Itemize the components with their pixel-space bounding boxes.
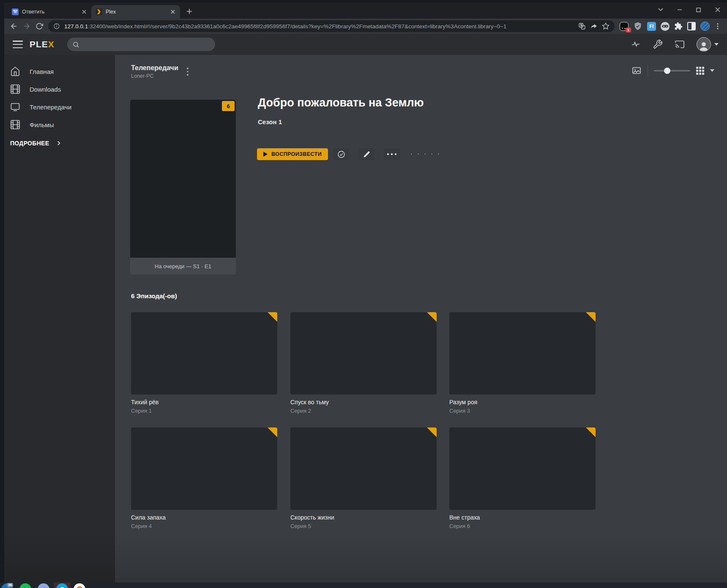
activity-icon[interactable]	[631, 39, 641, 49]
webos-favicon-text-bottom: OS	[14, 12, 17, 14]
browser-menu-icon[interactable]	[714, 23, 721, 30]
reload-icon[interactable]	[33, 20, 46, 33]
hamburger-menu-icon[interactable]	[13, 41, 23, 48]
new-tab-button[interactable]	[183, 5, 195, 17]
topbar-actions	[631, 37, 719, 52]
episode-thumbnail[interactable]	[449, 427, 596, 510]
sidebar-more-button[interactable]: ПОДРОБНЕЕ	[4, 139, 115, 147]
grid-view-icon[interactable]	[696, 67, 704, 75]
episode-card-2[interactable]: Спуск во тьму Серия 2	[290, 312, 437, 414]
spotify-taskbar-icon[interactable]	[19, 583, 31, 588]
extensions-area: 1 FI	[617, 22, 724, 31]
tab-square-extension-icon[interactable]	[687, 22, 696, 30]
robot-extension-icon[interactable]	[661, 22, 670, 31]
episode-number: Серия 2	[290, 408, 437, 414]
episode-title[interactable]: Спуск во тьму	[290, 399, 437, 406]
fi-extension-icon[interactable]: FI	[647, 22, 656, 31]
server-name: Loner-PC	[131, 73, 178, 79]
sidebar-item-movies[interactable]: Фильмы	[4, 116, 115, 133]
cast-icon[interactable]	[675, 39, 685, 49]
episode-card-4[interactable]: Сила запаха Серия 4	[131, 427, 277, 529]
episode-title[interactable]: Сила запаха	[131, 514, 277, 521]
address-bar[interactable]: 127.0.0.1:32400/web/index.html#!/server/…	[48, 20, 615, 32]
episode-title[interactable]: Тихий рёв	[131, 399, 277, 406]
check-circle-icon	[337, 150, 345, 158]
episode-title[interactable]: Вне страха	[449, 514, 596, 521]
episode-card-5[interactable]: Скорость жизни Серия 5	[290, 427, 437, 529]
settings-wrench-icon[interactable]	[653, 39, 663, 49]
slider-knob[interactable]	[664, 68, 670, 74]
tab-plex[interactable]: Plex	[91, 5, 180, 19]
view-caret-icon[interactable]	[710, 69, 714, 72]
size-slider[interactable]	[654, 70, 690, 71]
back-icon[interactable]	[8, 20, 20, 33]
tab-close-icon[interactable]	[169, 8, 177, 16]
episode-card-3[interactable]: Разум роя Серия 3	[449, 312, 596, 414]
extension-update-icon[interactable]: 1	[620, 22, 629, 31]
show-title: Добро пожаловать на Землю	[258, 96, 424, 109]
edit-button[interactable]	[358, 148, 374, 160]
tv-icon	[10, 102, 20, 112]
episode-thumbnail[interactable]	[290, 312, 437, 395]
forward-icon[interactable]	[20, 20, 33, 33]
sidebar-item-downloads[interactable]: Downloads	[4, 80, 115, 98]
avatar	[697, 37, 711, 52]
poster-view-icon[interactable]	[631, 65, 642, 76]
maximize-icon[interactable]	[689, 3, 708, 17]
site-info-icon[interactable]	[53, 23, 60, 30]
plex-logo-main: PLE	[30, 39, 48, 49]
window-menu-caret-icon[interactable]	[651, 3, 670, 17]
episode-thumbnail[interactable]	[449, 312, 596, 395]
rating-stars[interactable]	[411, 153, 439, 155]
tab-otvetit[interactable]: WEB OS Ответить	[8, 5, 91, 19]
share-icon[interactable]	[590, 22, 598, 30]
episode-thumbnail[interactable]	[131, 427, 277, 510]
episode-title[interactable]: Разум роя	[449, 399, 596, 406]
ellipsis-icon	[387, 153, 396, 155]
play-icon	[263, 152, 268, 157]
account-menu[interactable]	[697, 37, 719, 52]
divider	[648, 65, 648, 76]
ab-taskbar-icon[interactable]: ab	[38, 583, 49, 588]
translate-icon[interactable]	[578, 22, 586, 30]
plex-app: PLEX	[4, 34, 727, 583]
unwatched-corner-badge	[268, 427, 277, 437]
episode-number: Серия 6	[449, 523, 596, 529]
puzzle-extensions-icon[interactable]	[674, 22, 683, 30]
unwatched-count-badge: 6	[222, 101, 235, 111]
episode-number: Серия 4	[131, 523, 277, 529]
unwatched-corner-badge	[268, 312, 277, 322]
season-poster[interactable]: 6	[130, 100, 236, 258]
sidebar-more-label: ПОДРОБНЕЕ	[10, 140, 49, 147]
play-button[interactable]: ВОСПРОИЗВЕСТИ	[257, 148, 328, 160]
mark-watched-button[interactable]	[333, 148, 349, 160]
sidebar-item-tv-shows[interactable]: Телепередачи	[4, 98, 115, 116]
browser-window: WEB OS Ответить Plex	[4, 3, 727, 583]
shield-check-icon[interactable]	[633, 22, 642, 31]
episode-thumbnail[interactable]	[290, 427, 437, 510]
film-icon	[10, 84, 20, 94]
search-input[interactable]	[83, 41, 210, 48]
sphere-extension-icon[interactable]	[700, 22, 710, 31]
more-actions-button[interactable]	[384, 148, 400, 160]
episode-card-6[interactable]: Вне страха Серия 6	[449, 427, 596, 529]
plex-favicon-icon	[96, 8, 102, 15]
bookmark-star-icon[interactable]	[602, 22, 609, 30]
library-more-menu-icon[interactable]	[187, 68, 189, 76]
library-title: Телепередачи	[131, 64, 178, 72]
unwatched-corner-badge	[586, 312, 596, 322]
orange-app-taskbar-icon[interactable]	[74, 583, 85, 588]
season-poster-card[interactable]: 6 На очереди — S1 · E1	[130, 100, 236, 275]
sidebar-item-home[interactable]: Главная	[4, 63, 115, 80]
view-controls	[631, 65, 714, 76]
tab-close-icon[interactable]	[80, 8, 88, 16]
close-window-icon[interactable]	[708, 3, 727, 17]
search-bar[interactable]	[67, 38, 215, 51]
sidebar: Главная Downloads Телепередачи Фильмы	[4, 55, 115, 583]
minimize-icon[interactable]	[670, 3, 689, 17]
episode-thumbnail[interactable]	[131, 312, 277, 395]
sidebar-item-label: Главная	[30, 68, 54, 75]
episode-title[interactable]: Скорость жизни	[290, 514, 437, 521]
episode-card-1[interactable]: Тихий рёв Серия 1	[131, 312, 277, 414]
plex-logo[interactable]: PLEX	[30, 39, 55, 49]
